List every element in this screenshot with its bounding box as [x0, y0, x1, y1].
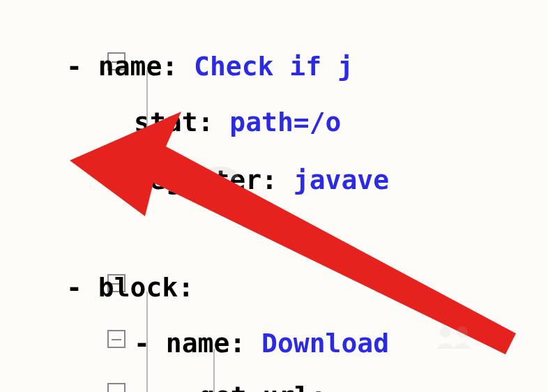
people-badge-icon	[433, 322, 475, 350]
yaml-key: register	[134, 165, 261, 195]
code-line: - name: Download	[0, 315, 389, 371]
yaml-value: Download	[261, 328, 389, 359]
yaml-key: get_url	[199, 381, 310, 392]
code-line: - block:	[0, 259, 194, 315]
yaml-key: name	[166, 328, 230, 359]
code-line: stat: path=/o	[0, 94, 341, 150]
yaml-dash: -	[66, 272, 98, 303]
indent-guide	[213, 349, 215, 392]
yaml-value: Check if j	[194, 51, 353, 82]
code-fragment-top: ---	[146, 0, 195, 11]
yaml-colon: :	[162, 51, 194, 82]
yaml-key: name	[98, 51, 162, 82]
indent-guide	[146, 292, 148, 392]
svg-point-2	[457, 326, 468, 338]
svg-point-1	[440, 326, 451, 338]
code-line: - name: Check if j	[0, 38, 353, 94]
yaml-colon: :	[310, 381, 326, 392]
yaml-colon: :	[261, 165, 294, 195]
yaml-colon: :	[178, 272, 194, 303]
yaml-key: block	[98, 272, 178, 303]
yaml-dash: -	[66, 51, 98, 82]
code-line: get_url:	[0, 368, 326, 392]
yaml-colon: :	[198, 107, 230, 137]
indent-guide	[146, 70, 148, 199]
yaml-value: path=/o	[229, 107, 341, 137]
code-line: register: javave	[0, 152, 389, 208]
yaml-key: stat	[134, 107, 198, 137]
yaml-value: javave	[294, 165, 389, 195]
yaml-dash: -	[134, 328, 166, 359]
yaml-colon: :	[229, 328, 261, 359]
